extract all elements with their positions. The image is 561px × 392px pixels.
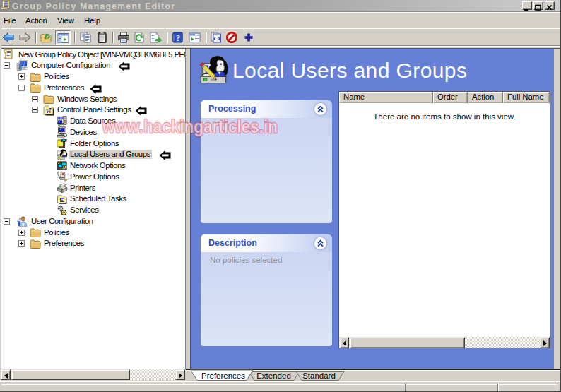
svg-text:Standard: Standard [302, 372, 336, 380]
svg-text:Extended: Extended [256, 372, 291, 380]
svg-text:Preferences: Preferences [201, 372, 245, 380]
svg-text:www.hackingarticles.in: www.hackingarticles.in [102, 116, 278, 137]
svg-text:?: ? [176, 33, 180, 43]
